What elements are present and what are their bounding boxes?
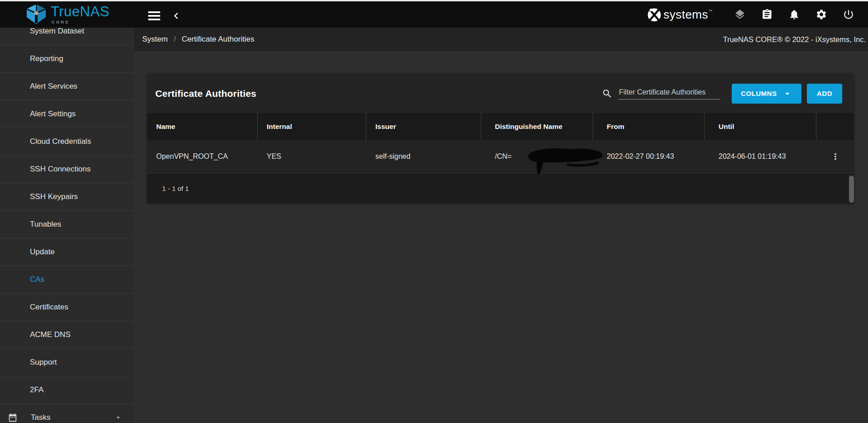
search-icon: [602, 88, 613, 99]
topbar-actions: systems ™: [646, 1, 854, 28]
row-actions-menu-button[interactable]: [828, 147, 843, 166]
main-content: Certificate Authorities COLUMNS ADD N: [134, 51, 868, 423]
card-header: Certificate Authorities COLUMNS ADD: [147, 74, 854, 113]
table-scrollbar-thumb[interactable]: [849, 176, 854, 203]
cell-issuer: self-signed: [366, 140, 481, 173]
column-header-actions: [816, 113, 854, 140]
truecommand-button[interactable]: [734, 9, 746, 20]
sidebar-item-alert-services[interactable]: Alert Services: [0, 73, 134, 100]
breadcrumb-separator: /: [174, 35, 176, 43]
truenas-logo-icon: [25, 4, 47, 24]
task-manager-button[interactable]: [761, 9, 773, 20]
brand-edition: CORE: [52, 20, 110, 24]
power-button[interactable]: [843, 9, 854, 20]
power-icon: [843, 9, 854, 20]
column-header-distinguished-name[interactable]: Distinguished Name: [481, 113, 593, 140]
sidebar-item-2fa[interactable]: 2FA: [0, 376, 134, 404]
table-header-row: Name Internal Issuer Distinguished Name …: [147, 113, 854, 140]
trademark-symbol: ™: [709, 9, 712, 13]
breadcrumb-current-page: Certificate Authorities: [182, 35, 254, 44]
alerts-bell-icon: [788, 9, 800, 20]
sidebar-item-certificates[interactable]: Certificates: [0, 294, 134, 321]
sidebar-item-acme-dns[interactable]: ACME DNS: [0, 321, 134, 349]
sidebar-item-update[interactable]: Update: [0, 238, 134, 266]
chevron-left-icon: [170, 10, 182, 22]
sidebar-item-tunables[interactable]: Tunables: [0, 211, 134, 238]
truenas-logo[interactable]: TrueNAS CORE: [25, 4, 110, 24]
table-footer: 1 - 1 of 1: [147, 173, 854, 203]
dn-prefix: /CN=: [495, 152, 512, 161]
settings-button[interactable]: [815, 9, 827, 20]
more-vert-icon: [830, 152, 840, 162]
sidebar-list: System Dataset Reporting Alert Services …: [0, 28, 134, 423]
sidebar-item-support[interactable]: Support: [0, 349, 134, 376]
cell-actions: [816, 140, 854, 173]
top-bar: TrueNAS CORE systems: [0, 1, 868, 28]
breadcrumb-system[interactable]: System: [142, 35, 168, 44]
cell-distinguished-name: /CN=: [481, 140, 593, 173]
truenas-app: TrueNAS CORE systems: [0, 0, 868, 423]
cell-name: OpenVPN_ROOT_CA: [147, 140, 258, 173]
page-title: Certificate Authorities: [155, 88, 256, 99]
filter-input[interactable]: [618, 87, 720, 100]
chevron-down-icon: [114, 413, 122, 422]
columns-button[interactable]: COLUMNS: [732, 84, 801, 104]
column-header-internal[interactable]: Internal: [258, 113, 366, 140]
brand-text: TrueNAS CORE: [51, 4, 110, 24]
sidenav-toggle-button[interactable]: [146, 9, 162, 23]
column-header-name[interactable]: Name: [147, 113, 258, 140]
certificate-authorities-card: Certificate Authorities COLUMNS ADD N: [147, 74, 854, 204]
brand-name: TrueNAS: [51, 4, 110, 20]
add-button[interactable]: ADD: [807, 84, 842, 104]
sidebar-item-alert-settings[interactable]: Alert Settings: [0, 100, 134, 128]
sidebar-item-cloud-credentials[interactable]: Cloud Credentials: [0, 128, 134, 156]
ixsystems-logo: systems ™: [646, 6, 712, 23]
sidebar-item-reporting[interactable]: Reporting: [0, 45, 134, 73]
sidebar-item-ssh-connections[interactable]: SSH Connections: [0, 156, 134, 183]
ixsystems-mark-icon: [646, 6, 662, 23]
arrow-drop-down-icon: [782, 89, 792, 99]
column-header-until[interactable]: Until: [705, 113, 816, 140]
cell-from: 2022-02-27 00:19:43: [593, 140, 705, 173]
calendar-icon: [8, 413, 18, 423]
ixsystems-wordmark: systems: [663, 6, 708, 23]
pagination-label: 1 - 1 of 1: [162, 185, 189, 192]
column-header-from[interactable]: From: [593, 113, 705, 140]
truecommand-layers-icon: [734, 9, 746, 20]
filter-group: [602, 87, 720, 100]
settings-gear-icon: [815, 9, 827, 20]
sidebar-item-system-dataset[interactable]: System Dataset: [0, 28, 134, 45]
jobs-clipboard-icon: [761, 9, 773, 20]
sidebar-nav: System Dataset Reporting Alert Services …: [0, 28, 134, 423]
column-header-issuer[interactable]: Issuer: [366, 113, 481, 140]
hamburger-icon: [148, 11, 160, 21]
copyright-text: TrueNAS CORE® © 2022 - iXsystems, Inc.: [723, 35, 866, 44]
navigate-back-button[interactable]: [169, 9, 183, 23]
alerts-button[interactable]: [788, 9, 800, 20]
sidebar-group-tasks[interactable]: Tasks: [0, 404, 134, 423]
table-row: OpenVPN_ROOT_CA YES self-signed /CN= 202…: [147, 140, 854, 173]
cell-until: 2024-06-01 01:19:43: [705, 140, 816, 173]
breadcrumb-bar: System / Certificate Authorities TrueNAS…: [134, 28, 868, 51]
sidebar-item-cas[interactable]: CAs: [0, 266, 134, 294]
cell-internal: YES: [258, 140, 366, 173]
sidebar-item-ssh-keypairs[interactable]: SSH Keypairs: [0, 183, 134, 211]
